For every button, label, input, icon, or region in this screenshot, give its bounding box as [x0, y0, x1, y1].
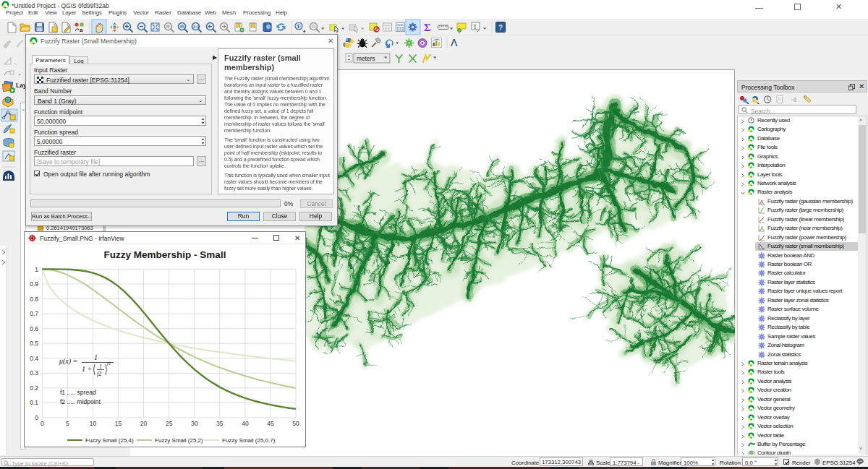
svg-text:a: a [80, 27, 83, 33]
svg-text:Fuzzy Small (25,2): Fuzzy Small (25,2) [155, 437, 203, 444]
svg-text:0: 0 [35, 414, 38, 421]
svg-text:5: 5 [66, 420, 69, 427]
svg-text:0.3: 0.3 [30, 369, 38, 377]
svg-text:15: 15 [115, 420, 122, 427]
svg-text:Fuzzy Small (25,0.7): Fuzzy Small (25,0.7) [222, 437, 276, 444]
svg-text:μ(x) =: μ(x) = [59, 357, 77, 366]
svg-text:1 +: 1 + [82, 365, 92, 373]
svg-text:1: 1 [35, 266, 38, 273]
svg-text:f1: f1 [107, 361, 111, 366]
svg-text:0.7: 0.7 [30, 310, 38, 317]
svg-text:f1 ..... spread: f1 ..... spread [60, 389, 96, 396]
svg-text:?: ? [498, 24, 503, 32]
svg-text:0.4: 0.4 [30, 355, 38, 362]
svg-text:0.2: 0.2 [30, 384, 38, 392]
svg-text:25: 25 [166, 420, 173, 427]
svg-text:0.8: 0.8 [30, 296, 38, 303]
svg-text:meters: meters [357, 55, 375, 62]
svg-text:35: 35 [216, 420, 224, 427]
svg-text:f2: f2 [97, 371, 101, 377]
svg-text:40: 40 [242, 420, 249, 427]
svg-text:0: 0 [41, 420, 44, 427]
svg-text:45: 45 [267, 420, 274, 427]
svg-text:Fuzzy Small (25,4): Fuzzy Small (25,4) [85, 437, 134, 444]
svg-text:1: 1 [94, 353, 98, 361]
svg-text:Fuzzy Membership - Small: Fuzzy Membership - Small [104, 249, 226, 260]
svg-text:0.5: 0.5 [30, 340, 38, 347]
svg-text:1:1: 1:1 [193, 25, 200, 29]
svg-text:0.1: 0.1 [30, 399, 38, 406]
svg-text:30: 30 [191, 420, 198, 427]
svg-text:50: 50 [292, 420, 299, 427]
svg-text:20: 20 [140, 420, 148, 427]
svg-text:f2 ..... midpoint: f2 ..... midpoint [60, 398, 101, 405]
svg-text:Σ: Σ [424, 22, 431, 33]
svg-text:1: 1 [99, 363, 102, 370]
svg-text:Λ: Λ [451, 37, 458, 48]
svg-text:10: 10 [90, 420, 97, 427]
svg-text:0.9: 0.9 [30, 280, 38, 288]
svg-text:0.6: 0.6 [30, 325, 38, 332]
svg-text:T: T [473, 23, 477, 30]
